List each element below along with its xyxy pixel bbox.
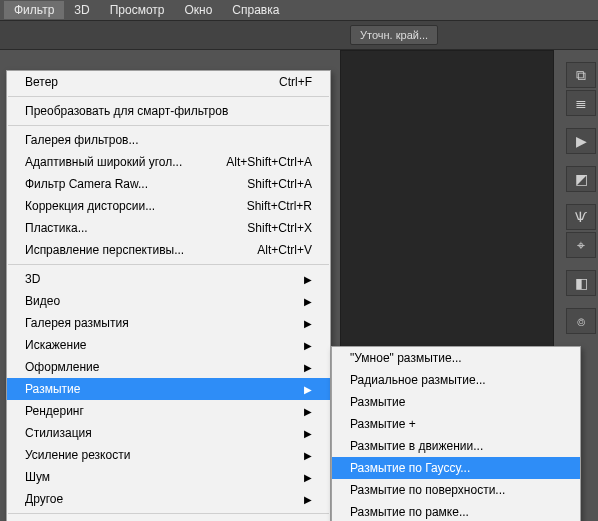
menu-help[interactable]: Справка xyxy=(222,1,289,19)
menuitem-shortcut: Alt+Ctrl+V xyxy=(257,243,312,257)
menuitem-label: Оформление xyxy=(25,360,294,374)
menuitem-pixelate-submenu[interactable]: Оформление ▶ xyxy=(7,356,330,378)
menuitem-smart-blur[interactable]: "Умное" размытие... xyxy=(332,347,580,369)
menuitem-surface-blur[interactable]: Размытие по поверхности... xyxy=(332,479,580,501)
menuitem-digimarc-submenu[interactable]: Digimarc ▶ xyxy=(7,517,330,521)
submenu-arrow-icon: ▶ xyxy=(304,362,312,373)
blur-submenu-dropdown: "Умное" размытие... Радиальное размытие.… xyxy=(331,346,581,521)
menuitem-label: 3D xyxy=(25,272,294,286)
cube-icon[interactable]: ◩ xyxy=(566,166,596,192)
menu-window[interactable]: Окно xyxy=(174,1,222,19)
menuitem-shortcut: Shift+Ctrl+R xyxy=(247,199,312,213)
menuitem-label: Рендеринг xyxy=(25,404,294,418)
submenu-arrow-icon: ▶ xyxy=(304,384,312,395)
filter-menu-dropdown: Ветер Ctrl+F Преобразовать для смарт-фил… xyxy=(6,70,331,521)
submenu-arrow-icon: ▶ xyxy=(304,340,312,351)
submenu-arrow-icon: ▶ xyxy=(304,274,312,285)
menuitem-box-blur[interactable]: Размытие по рамке... xyxy=(332,501,580,521)
menuitem-3d-submenu[interactable]: 3D ▶ xyxy=(7,268,330,290)
menu-view[interactable]: Просмотр xyxy=(100,1,175,19)
submenu-arrow-icon: ▶ xyxy=(304,296,312,307)
menuitem-blur-submenu[interactable]: Размытие ▶ xyxy=(7,378,330,400)
menuitem-motion-blur[interactable]: Размытие в движении... xyxy=(332,435,580,457)
submenu-arrow-icon: ▶ xyxy=(304,428,312,439)
menuitem-label: Размытие xyxy=(350,395,562,409)
right-panel-rail: ⧉ ≣ ▶ ◩ Ѱ ⌖ ◧ ⌾ xyxy=(564,62,598,334)
menuitem-label: Коррекция дисторсии... xyxy=(25,199,223,213)
menuitem-filter-gallery[interactable]: Галерея фильтров... xyxy=(7,129,330,151)
menubar: Фильтр 3D Просмотр Окно Справка xyxy=(0,0,598,20)
menuitem-stylize-submenu[interactable]: Стилизация ▶ xyxy=(7,422,330,444)
submenu-arrow-icon: ▶ xyxy=(304,472,312,483)
workspace: ⧉ ≣ ▶ ◩ Ѱ ⌖ ◧ ⌾ Ветер Ctrl+F Преобразова… xyxy=(0,50,598,521)
menuitem-label: Галерея размытия xyxy=(25,316,294,330)
menuitem-gaussian-blur[interactable]: Размытие по Гауссу... xyxy=(332,457,580,479)
menuitem-shortcut: Ctrl+F xyxy=(279,75,312,89)
submenu-arrow-icon: ▶ xyxy=(304,450,312,461)
options-toolbar: Уточн. край... xyxy=(0,20,598,50)
menu-separator xyxy=(8,125,329,126)
clone-source-icon[interactable]: ⌖ xyxy=(566,232,596,258)
layers-panel-icon[interactable]: ≣ xyxy=(566,90,596,116)
menuitem-shortcut: Shift+Ctrl+A xyxy=(247,177,312,191)
menuitem-label: Стилизация xyxy=(25,426,294,440)
menuitem-label: Усиление резкости xyxy=(25,448,294,462)
menuitem-render-submenu[interactable]: Рендеринг ▶ xyxy=(7,400,330,422)
menu-separator xyxy=(8,96,329,97)
menuitem-label: Радиальное размытие... xyxy=(350,373,562,387)
menuitem-lens-correction[interactable]: Коррекция дисторсии... Shift+Ctrl+R xyxy=(7,195,330,217)
menuitem-shortcut: Shift+Ctrl+X xyxy=(247,221,312,235)
refine-edge-button[interactable]: Уточн. край... xyxy=(350,25,438,45)
menu-3d[interactable]: 3D xyxy=(64,1,99,19)
menuitem-sharpen-submenu[interactable]: Усиление резкости ▶ xyxy=(7,444,330,466)
brushes-icon[interactable]: Ѱ xyxy=(566,204,596,230)
menuitem-label: Галерея фильтров... xyxy=(25,133,312,147)
menuitem-blur-gallery-submenu[interactable]: Галерея размытия ▶ xyxy=(7,312,330,334)
mask-icon[interactable]: ⌾ xyxy=(566,308,596,334)
menuitem-label: Фильтр Camera Raw... xyxy=(25,177,223,191)
menuitem-label: Пластика... xyxy=(25,221,223,235)
menuitem-shortcut: Alt+Shift+Ctrl+A xyxy=(226,155,312,169)
menuitem-convert-smart-filters[interactable]: Преобразовать для смарт-фильтров xyxy=(7,100,330,122)
menuitem-label: Видео xyxy=(25,294,294,308)
menuitem-label: Размытие по поверхности... xyxy=(350,483,562,497)
menuitem-blur-more[interactable]: Размытие + xyxy=(332,413,580,435)
menu-separator xyxy=(8,264,329,265)
menuitem-video-submenu[interactable]: Видео ▶ xyxy=(7,290,330,312)
menuitem-liquify[interactable]: Пластика... Shift+Ctrl+X xyxy=(7,217,330,239)
submenu-arrow-icon: ▶ xyxy=(304,494,312,505)
menuitem-last-filter[interactable]: Ветер Ctrl+F xyxy=(7,71,330,93)
menuitem-label: Размытие xyxy=(25,382,294,396)
submenu-arrow-icon: ▶ xyxy=(304,318,312,329)
menu-filter[interactable]: Фильтр xyxy=(4,1,64,19)
menuitem-adaptive-wide-angle[interactable]: Адаптивный широкий угол... Alt+Shift+Ctr… xyxy=(7,151,330,173)
menuitem-vanishing-point[interactable]: Исправление перспективы... Alt+Ctrl+V xyxy=(7,239,330,261)
menuitem-blur[interactable]: Размытие xyxy=(332,391,580,413)
menuitem-other-submenu[interactable]: Другое ▶ xyxy=(7,488,330,510)
swatches-icon[interactable]: ◧ xyxy=(566,270,596,296)
menuitem-label: Исправление перспективы... xyxy=(25,243,233,257)
menuitem-distort-submenu[interactable]: Искажение ▶ xyxy=(7,334,330,356)
menuitem-label: Ветер xyxy=(25,75,255,89)
menuitem-label: Размытие + xyxy=(350,417,562,431)
submenu-arrow-icon: ▶ xyxy=(304,406,312,417)
menuitem-camera-raw[interactable]: Фильтр Camera Raw... Shift+Ctrl+A xyxy=(7,173,330,195)
menuitem-label: Адаптивный широкий угол... xyxy=(25,155,202,169)
menuitem-label: Другое xyxy=(25,492,294,506)
menuitem-label: Искажение xyxy=(25,338,294,352)
menuitem-radial-blur[interactable]: Радиальное размытие... xyxy=(332,369,580,391)
menuitem-noise-submenu[interactable]: Шум ▶ xyxy=(7,466,330,488)
histogram-icon[interactable]: ⧉ xyxy=(566,62,596,88)
menu-separator xyxy=(8,513,329,514)
play-icon[interactable]: ▶ xyxy=(566,128,596,154)
menuitem-label: Размытие по Гауссу... xyxy=(350,461,562,475)
menuitem-label: Размытие по рамке... xyxy=(350,505,562,519)
menuitem-label: Преобразовать для смарт-фильтров xyxy=(25,104,312,118)
menuitem-label: Размытие в движении... xyxy=(350,439,562,453)
menuitem-label: Шум xyxy=(25,470,294,484)
menuitem-label: "Умное" размытие... xyxy=(350,351,562,365)
